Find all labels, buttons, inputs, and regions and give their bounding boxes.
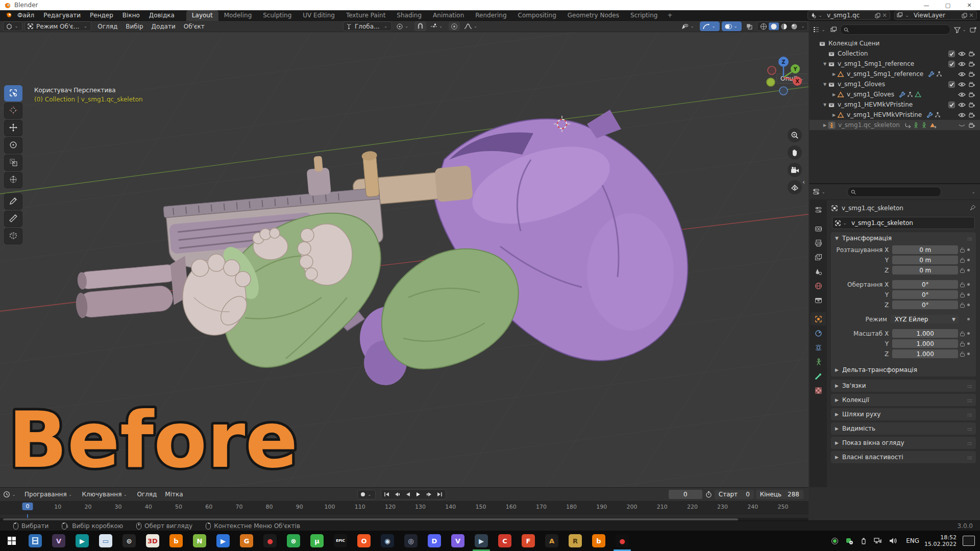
gizmos-toggle-button[interactable]: ⌄ [700,21,720,31]
ruler-tick[interactable]: 120 [385,504,396,510]
xray-toggle-button[interactable] [744,22,755,31]
outliner-search-input[interactable] [849,26,947,33]
eye-toggle[interactable] [958,71,966,78]
panel-шляхи-руху[interactable]: ▶Шляхи руху:::: [831,408,976,420]
tray-usb-icon[interactable] [861,537,867,545]
ruler-tick[interactable]: 20 [84,504,91,510]
ruler-tick[interactable]: 100 [325,504,335,510]
outliner-item-label[interactable]: Collection [838,50,868,57]
timeline-menu-view[interactable]: Огляд [133,491,161,498]
outliner-row[interactable]: ▶v_smg1_Smg1_reference [810,69,980,79]
gizmo-neg-y-axis[interactable] [767,78,775,86]
pan-hand-icon[interactable] [788,145,802,160]
transform-value-field[interactable]: 1.000 [892,329,958,338]
timeline-menu-playback[interactable]: Програвання⌄ [20,491,78,498]
taskbar-app-obs-recorder[interactable]: ● [610,531,634,551]
eye-toggle[interactable] [958,81,966,88]
gizmo-neg-x-axis[interactable] [768,66,776,74]
tray-clock[interactable]: 18:52 15.02.2022 [924,534,957,547]
ruler-tick[interactable]: 190 [596,504,607,510]
outliner-row[interactable]: ▶v_smg1_HEVMkVPristine [810,110,980,120]
ruler-tick[interactable]: 240 [747,504,758,510]
mode-selector[interactable]: Режим Об'є... ⌄ [24,21,91,31]
properties-tab-tool[interactable] [811,203,826,216]
new-scene-icon[interactable] [874,12,881,19]
animate-dot-icon[interactable] [966,283,971,286]
taskbar-app-ubisoft-connect[interactable]: ◎ [399,531,423,551]
tool-measure[interactable] [4,211,22,227]
pivot-point-button[interactable]: ⌄ [394,22,412,31]
viewport-menu-add[interactable]: Додати [148,23,180,30]
proportional-falloff-button[interactable]: ⌄ [462,22,481,31]
outliner-row[interactable]: ▼v_smg1_Smg1_reference [810,59,980,69]
transform-value-field[interactable]: 0° [892,280,958,289]
outliner-item-label[interactable]: v_smg1_HEVMkVPristine [847,111,922,118]
properties-tab-physics[interactable] [811,341,826,354]
transform-value-field[interactable]: 0° [892,300,958,309]
taskbar-app-discord[interactable]: D [423,531,446,551]
viewport-menu-select[interactable]: Вибір [121,23,147,30]
taskbar-app-potplayer[interactable]: ▶ [211,531,235,551]
notification-center-icon[interactable] [963,536,975,546]
outliner-item-label[interactable]: v_smg1_Smg1_reference [838,60,914,67]
stopwatch-icon[interactable] [705,491,713,498]
properties-editor-icon[interactable] [813,188,820,195]
transform-panel-header[interactable]: ▼ Трансформація :::: [831,232,976,244]
outliner-row[interactable]: Колекція Сцени [810,38,980,48]
properties-tab-render[interactable] [811,222,826,235]
workspace-tab-rendering[interactable]: Rendering [470,10,512,21]
outliner-item-label[interactable]: v_smg1.qc_skeleton [838,121,900,129]
blender-logo-icon[interactable] [5,11,13,19]
workspace-tab-animation[interactable]: Animation [427,10,470,21]
disclosure-right-icon[interactable]: ▶ [831,72,837,77]
menubar-item-edit[interactable]: Редагувати [39,10,85,20]
snap-target-button[interactable]: ⌄ [428,22,447,31]
ruler-tick[interactable]: 150 [476,504,486,510]
panel-колекції[interactable]: ▶Колекції:::: [831,394,976,406]
ruler-tick[interactable]: 10 [54,504,61,510]
tool-select-box[interactable] [4,85,22,102]
taskbar-app-recorder[interactable]: ● [258,531,282,551]
camera-toggle[interactable] [968,122,975,129]
ruler-tick[interactable]: 170 [536,504,547,510]
maximize-button[interactable]: ▢ [937,0,959,10]
lock-icon[interactable] [958,302,966,308]
tool-rotate[interactable] [4,137,22,154]
disclosure-right-icon[interactable]: ▶ [822,123,828,128]
workspace-tab-geometry-nodes[interactable]: Geometry Nodes [562,10,625,21]
properties-tab-bone[interactable] [811,369,826,383]
ruler-tick[interactable]: 250 [778,504,789,510]
panel-зв-язки[interactable]: ▶Зв'язки:::: [831,380,976,392]
lock-icon[interactable] [958,292,966,298]
taskbar-app-utorrent[interactable]: µ [305,531,329,551]
tray-wireless-icon[interactable] [846,537,853,545]
eye-toggle[interactable] [958,91,966,98]
properties-search-input[interactable] [856,188,938,195]
shading-solid-button[interactable] [769,22,779,30]
jump-start-button[interactable] [381,490,392,498]
shading-material-button[interactable] [779,22,789,30]
current-frame-indicator[interactable]: 0 [22,503,33,510]
breadcrumb-label[interactable]: v_smg1.qc_skeleton [842,205,903,212]
lock-icon[interactable] [958,331,966,337]
taskbar-app-viber[interactable]: V [446,531,470,551]
timeline-editor-icon[interactable] [3,491,10,498]
workspace-tab-shading[interactable]: Shading [391,10,427,21]
animate-dot-icon[interactable] [966,259,971,261]
lock-icon[interactable] [958,247,966,253]
workspace-tab-uv-editing[interactable]: UV Editing [297,10,340,21]
taskbar-app-firefox[interactable]: F [517,531,540,551]
eye-toggle[interactable] [958,102,966,108]
timeline-menu-keying[interactable]: Ключування⌄ [78,491,133,498]
taskbar-app-steam[interactable]: ◉ [376,531,399,551]
outliner-row[interactable]: ▼v_smg1_Gloves [810,79,980,89]
snap-toggle-button[interactable] [414,21,426,31]
taskbar-app-start[interactable] [0,531,23,551]
taskbar-app-video-editor[interactable] [23,531,47,551]
transform-value-field[interactable]: 1.000 [892,339,958,348]
ruler-tick[interactable]: 70 [235,504,242,510]
menubar-item-file[interactable]: Файл [13,10,39,20]
properties-options-icon[interactable]: ⌄ [970,188,977,195]
lock-icon[interactable] [958,351,966,357]
shading-rendered-button[interactable] [789,22,799,30]
